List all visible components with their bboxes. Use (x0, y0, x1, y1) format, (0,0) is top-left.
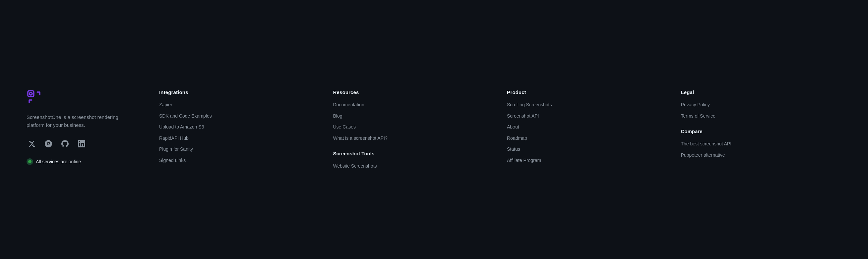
compare-list: The best screenshot API Puppeteer altern… (681, 141, 842, 158)
terms-of-service-link[interactable]: Terms of Service (681, 113, 715, 119)
integrations-title: Integrations (159, 90, 320, 95)
sanity-link[interactable]: Plugin for Sanity (159, 147, 193, 152)
list-item: Plugin for Sanity (159, 146, 320, 153)
screenshot-tools-list: Website Screenshots (333, 163, 494, 169)
product-title: Product (507, 90, 668, 95)
puppeteer-alternative-link[interactable]: Puppeteer alternative (681, 152, 725, 158)
list-item: Zapier (159, 102, 320, 108)
blog-link[interactable]: Blog (333, 113, 342, 119)
list-item: Signed Links (159, 157, 320, 164)
list-item: The best screenshot API (681, 141, 842, 148)
integrations-column: Integrations Zapier SDK and Code Example… (159, 90, 320, 169)
list-item: Use Cases (333, 124, 494, 130)
list-item: Website Screenshots (333, 163, 494, 169)
producthunt-icon[interactable] (43, 138, 54, 149)
svg-point-1 (30, 92, 32, 95)
list-item: Scrolling Screenshots (507, 102, 668, 108)
roadmap-link[interactable]: Roadmap (507, 135, 527, 141)
signed-links-link[interactable]: Signed Links (159, 158, 186, 163)
use-cases-link[interactable]: Use Cases (333, 124, 356, 129)
list-item: RapidAPI Hub (159, 135, 320, 142)
twitter-icon[interactable] (27, 138, 37, 149)
legal-list: Privacy Policy Terms of Service (681, 102, 842, 119)
brand-column: ScreenshotOne is a screenshot rendering … (27, 90, 139, 169)
brand-description: ScreenshotOne is a screenshot rendering … (27, 113, 119, 129)
list-item: Blog (333, 113, 494, 120)
footer-nav: Integrations Zapier SDK and Code Example… (159, 90, 841, 169)
legal-column: Legal Privacy Policy Terms of Service Co… (681, 90, 842, 169)
status-dot (27, 158, 33, 165)
status-indicator: All services are online (27, 158, 139, 165)
sdk-link[interactable]: SDK and Code Examples (159, 113, 212, 119)
compare-subtitle: Compare (681, 129, 842, 134)
list-item: Screenshot API (507, 113, 668, 120)
screenshot-api-link[interactable]: Screenshot API (507, 113, 539, 119)
scrolling-screenshots-link[interactable]: Scrolling Screenshots (507, 102, 552, 107)
linkedin-icon[interactable] (76, 138, 87, 149)
list-item: Terms of Service (681, 113, 842, 120)
resources-column: Resources Documentation Blog Use Cases W… (333, 90, 494, 169)
resources-list: Documentation Blog Use Cases What is a s… (333, 102, 494, 141)
social-links (27, 138, 139, 149)
list-item: What is a screenshot API? (333, 135, 494, 142)
documentation-link[interactable]: Documentation (333, 102, 364, 107)
status-link[interactable]: Status (507, 147, 520, 152)
website-screenshots-link[interactable]: Website Screenshots (333, 163, 377, 169)
list-item: SDK and Code Examples (159, 113, 320, 120)
list-item: Documentation (333, 102, 494, 108)
svg-rect-0 (28, 91, 34, 97)
list-item: Puppeteer alternative (681, 152, 842, 159)
best-screenshot-api-link[interactable]: The best screenshot API (681, 141, 732, 147)
product-list: Scrolling Screenshots Screenshot API Abo… (507, 102, 668, 164)
list-item: Privacy Policy (681, 102, 842, 108)
screenshot-tools-subtitle: Screenshot Tools (333, 151, 494, 156)
github-icon[interactable] (60, 138, 70, 149)
legal-title: Legal (681, 90, 842, 95)
resources-title: Resources (333, 90, 494, 95)
zapier-link[interactable]: Zapier (159, 102, 173, 107)
amazon-s3-link[interactable]: Upload to Amazon S3 (159, 124, 204, 129)
list-item: Affiliate Program (507, 157, 668, 164)
status-dot-inner (28, 160, 31, 163)
affiliate-program-link[interactable]: Affiliate Program (507, 158, 541, 163)
integrations-list: Zapier SDK and Code Examples Upload to A… (159, 102, 320, 164)
status-text: All services are online (36, 159, 81, 164)
product-column: Product Scrolling Screenshots Screenshot… (507, 90, 668, 169)
list-item: Upload to Amazon S3 (159, 124, 320, 130)
list-item: About (507, 124, 668, 130)
list-item: Roadmap (507, 135, 668, 142)
footer: ScreenshotOne is a screenshot rendering … (0, 70, 868, 189)
privacy-policy-link[interactable]: Privacy Policy (681, 102, 710, 107)
screenshot-api-question-link[interactable]: What is a screenshot API? (333, 135, 388, 141)
rapidapi-link[interactable]: RapidAPI Hub (159, 135, 189, 141)
about-link[interactable]: About (507, 124, 519, 129)
logo-icon (27, 90, 42, 105)
list-item: Status (507, 146, 668, 153)
